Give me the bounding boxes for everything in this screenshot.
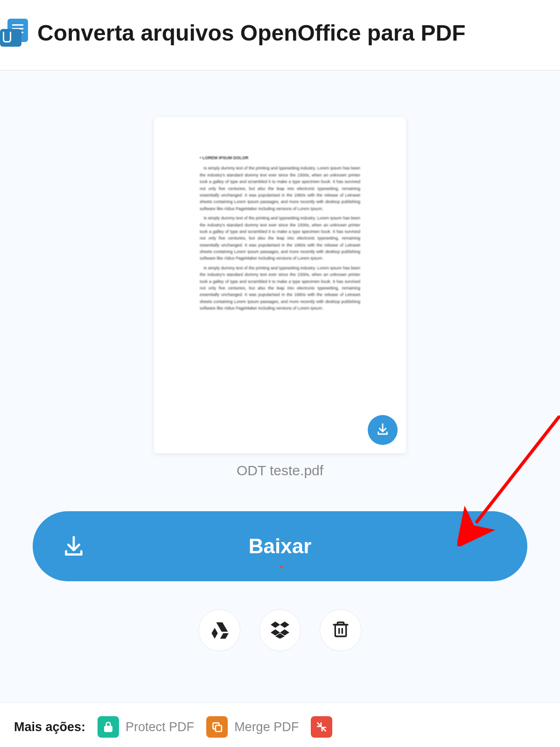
more-actions-bar: Mais ações: Protect PDF Merge PDF: [0, 703, 560, 747]
protect-pdf-button[interactable]: Protect PDF: [98, 716, 194, 738]
svg-rect-0: [335, 625, 346, 636]
google-drive-icon: [210, 620, 229, 641]
filename-label: ODT teste.pdf: [237, 463, 323, 479]
document-preview[interactable]: • LOREM IPSUM DOLOR Is simply dummy text…: [154, 117, 406, 453]
dropbox-icon: [271, 620, 289, 641]
app-logo-icon: [0, 19, 28, 47]
merge-pdf-label: Merge PDF: [234, 720, 299, 734]
trash-icon: [331, 620, 350, 641]
secondary-actions-row: [33, 609, 527, 651]
svg-rect-3: [216, 726, 222, 732]
google-drive-button[interactable]: [198, 609, 240, 651]
red-dot-indicator: [280, 565, 283, 568]
lock-icon: [98, 716, 119, 738]
document-preview-body: • LOREM IPSUM DOLOR Is simply dummy text…: [200, 155, 360, 312]
download-icon: [61, 533, 87, 560]
download-button[interactable]: Baixar: [33, 511, 527, 581]
more-actions-label: Mais ações:: [14, 720, 85, 734]
page-header: Converta arquivos OpenOffice para PDF: [0, 0, 560, 70]
download-button-label: Baixar: [249, 535, 312, 558]
protect-pdf-label: Protect PDF: [126, 720, 194, 734]
content-area: • LOREM IPSUM DOLOR Is simply dummy text…: [0, 70, 560, 703]
download-icon: [375, 422, 390, 438]
svg-rect-1: [105, 726, 112, 732]
preview-download-button[interactable]: [368, 415, 398, 445]
compress-icon: [311, 716, 332, 738]
page-title: Converta arquivos OpenOffice para PDF: [37, 20, 466, 46]
merge-icon: [206, 716, 228, 738]
delete-button[interactable]: [320, 609, 362, 651]
compress-pdf-button[interactable]: [311, 716, 332, 738]
merge-pdf-button[interactable]: Merge PDF: [206, 716, 299, 738]
dropbox-button[interactable]: [259, 609, 301, 651]
preview-wrapper: • LOREM IPSUM DOLOR Is simply dummy text…: [33, 117, 527, 479]
